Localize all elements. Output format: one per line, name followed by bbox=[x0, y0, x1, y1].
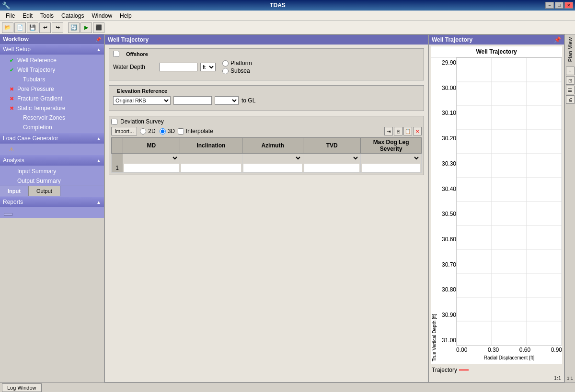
sidebar-item-tubulars[interactable]: Tubulars bbox=[0, 75, 104, 84]
toolbar-undo[interactable]: ↩ bbox=[39, 22, 51, 33]
menu-catalogs[interactable]: Catalogs bbox=[58, 11, 88, 20]
subsea-radio[interactable] bbox=[222, 68, 229, 74]
menu-tools[interactable]: Tools bbox=[36, 11, 58, 20]
platform-radio[interactable] bbox=[222, 60, 229, 67]
sidebar-item-completion[interactable]: Completion bbox=[0, 123, 104, 132]
dls-unit-select[interactable] bbox=[362, 154, 420, 162]
menu-window[interactable]: Window bbox=[88, 11, 116, 20]
table-row: 1 bbox=[112, 163, 422, 173]
elevation-value-input[interactable] bbox=[173, 96, 212, 105]
elevation-dropdown1[interactable]: Original RKB bbox=[113, 96, 171, 105]
toolbar-refresh[interactable]: 🔄 bbox=[68, 22, 80, 33]
row-1-inclination[interactable] bbox=[180, 163, 242, 173]
3d-radio-label[interactable]: 3D bbox=[160, 128, 175, 134]
row-1-dls[interactable] bbox=[361, 163, 422, 173]
zoom-fit-button[interactable]: ⊡ bbox=[566, 76, 575, 85]
azimuth-unit-select[interactable] bbox=[243, 154, 302, 162]
elevation-unit-select[interactable] bbox=[215, 96, 239, 105]
subsea-radio-label[interactable]: Subsea bbox=[222, 67, 252, 74]
toolbar-new[interactable]: 📂 bbox=[2, 22, 13, 33]
col-dls-unit bbox=[361, 154, 422, 163]
output-summary-label: Output Summary bbox=[17, 178, 61, 184]
row-1-tvd-input[interactable] bbox=[304, 164, 359, 172]
menu-edit[interactable]: Edit bbox=[19, 11, 36, 20]
main-layout: Workflow 📌 Well Setup ▲ ✔ Well Reference… bbox=[0, 34, 575, 382]
row-1-md[interactable] bbox=[123, 163, 180, 173]
section-load-case[interactable]: Load Case Generator ▲ bbox=[0, 133, 104, 144]
sidebar-item-pore-pressure[interactable]: ✖ Pore Pressure bbox=[0, 84, 104, 94]
paste-icon[interactable]: 📋 bbox=[403, 127, 412, 135]
menu-help[interactable]: Help bbox=[116, 11, 136, 20]
tab-output[interactable]: Output bbox=[29, 186, 60, 196]
toolbar-open[interactable]: 📄 bbox=[14, 22, 26, 33]
menu-file[interactable]: File bbox=[2, 11, 19, 20]
close-button[interactable]: ✕ bbox=[564, 2, 573, 9]
sidebar-item-fracture-gradient[interactable]: ✖ Fracture Gradient bbox=[0, 94, 104, 103]
sidebar-pin[interactable]: 📌 bbox=[95, 37, 101, 42]
copy-icon[interactable]: ⎘ bbox=[394, 127, 402, 135]
zoom-in-button[interactable]: + bbox=[566, 67, 575, 75]
y-tick-6: 30.40 bbox=[438, 186, 456, 192]
delete-icon[interactable]: ✕ bbox=[413, 127, 422, 135]
reports-button[interactable] bbox=[4, 213, 12, 216]
md-unit-select[interactable] bbox=[124, 154, 179, 162]
sidebar-item-reservoir-zones[interactable]: Reservoir Zones bbox=[0, 113, 104, 123]
3d-radio[interactable] bbox=[160, 128, 166, 134]
sidebar-item-load-case-warn[interactable]: ⚠ bbox=[0, 145, 104, 154]
row-1-dls-input[interactable] bbox=[362, 164, 420, 172]
blank-icon-5 bbox=[8, 177, 15, 185]
elevation-reference-legend: Elevation Reference bbox=[115, 88, 169, 94]
2d-radio[interactable] bbox=[140, 128, 146, 134]
sidebar-item-output-summary[interactable]: Output Summary bbox=[0, 176, 104, 186]
water-depth-unit-select[interactable]: ft m bbox=[200, 63, 216, 71]
minimize-button[interactable]: − bbox=[545, 2, 554, 9]
interpolate-label[interactable]: Interpolate bbox=[178, 128, 213, 134]
tvd-unit-select[interactable] bbox=[304, 154, 359, 162]
import-button[interactable]: Import... bbox=[111, 127, 137, 135]
toolbar-redo[interactable]: ↪ bbox=[52, 22, 63, 33]
sidebar-item-input-summary[interactable]: Input Summary bbox=[0, 167, 104, 176]
section-well-setup[interactable]: Well Setup ▲ bbox=[0, 44, 104, 55]
row-1-md-input[interactable] bbox=[124, 164, 179, 172]
print-button[interactable]: 🖨 bbox=[566, 95, 575, 104]
load-case-label: Load Case Generator bbox=[3, 135, 58, 142]
col-tvd-header: TVD bbox=[303, 138, 361, 154]
elevation-reference-section: Elevation Reference Original RKB to GL bbox=[109, 85, 424, 111]
input-summary-label: Input Summary bbox=[17, 168, 56, 175]
water-depth-input[interactable] bbox=[159, 63, 197, 71]
2d-radio-label[interactable]: 2D bbox=[140, 128, 155, 134]
view-button[interactable]: ☰ bbox=[566, 86, 575, 94]
y-tick-12: 31.00 bbox=[438, 337, 456, 344]
row-1-azimuth[interactable] bbox=[242, 163, 303, 173]
right-panel-pin[interactable]: 📌 bbox=[554, 36, 561, 43]
section-reports[interactable]: Reports ▲ bbox=[0, 197, 104, 207]
interpolate-checkbox[interactable] bbox=[178, 128, 184, 134]
section-analysis[interactable]: Analysis ▲ bbox=[0, 155, 104, 166]
platform-radio-label[interactable]: Platform bbox=[222, 60, 252, 67]
split-icon[interactable]: ⇥ bbox=[384, 127, 393, 135]
log-window-tab[interactable]: Log Window bbox=[2, 383, 42, 392]
offshore-checkbox[interactable] bbox=[113, 51, 119, 57]
maximize-button[interactable]: □ bbox=[555, 2, 564, 9]
tab-input[interactable]: Input bbox=[0, 186, 29, 196]
app-icon: 🔧 bbox=[2, 1, 10, 9]
toolbar-stop[interactable]: ⬛ bbox=[93, 22, 104, 33]
right-panel-header: Well Trajectory 📌 bbox=[429, 35, 564, 45]
toolbar-save[interactable]: 💾 bbox=[27, 22, 38, 33]
toolbar-run[interactable]: ▶ bbox=[80, 22, 92, 33]
reservoir-zones-label: Reservoir Zones bbox=[23, 114, 65, 121]
sidebar-item-static-temperature[interactable]: ✖ Static Temperature bbox=[0, 103, 104, 113]
deviation-survey-checkbox[interactable] bbox=[111, 119, 117, 125]
well-setup-content: ✔ Well Reference ✔ Well Trajectory Tubul… bbox=[0, 55, 104, 133]
y-tick-8: 30.60 bbox=[438, 236, 456, 243]
row-1-inclination-input[interactable] bbox=[181, 164, 241, 172]
plan-view-label: Plan View bbox=[567, 35, 573, 64]
analysis-collapse-icon: ▲ bbox=[96, 158, 101, 163]
row-1-azimuth-input[interactable] bbox=[243, 164, 302, 172]
reports-content bbox=[0, 207, 104, 218]
menu-bar: File Edit Tools Catalogs Window Help bbox=[0, 11, 575, 21]
row-1-tvd[interactable] bbox=[303, 163, 361, 173]
sidebar-item-well-reference[interactable]: ✔ Well Reference bbox=[0, 56, 104, 65]
sidebar-item-well-trajectory[interactable]: ✔ Well Trajectory bbox=[0, 65, 104, 75]
analysis-content: Input Summary Output Summary Input Outpu… bbox=[0, 166, 104, 197]
